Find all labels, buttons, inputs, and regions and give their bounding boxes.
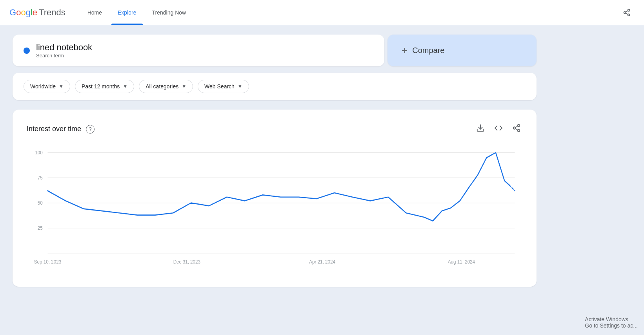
main-content: lined notebook Search term + Compare Wor… <box>0 25 549 296</box>
chevron-down-icon: ▼ <box>59 84 64 89</box>
svg-line-10 <box>515 126 518 128</box>
nav-item-explore[interactable]: Explore <box>111 0 142 25</box>
card-title: Interest over time <box>27 125 81 133</box>
logo-google: Google <box>9 7 37 18</box>
x-label-dec: Dec 31, 2023 <box>173 259 201 265</box>
x-label-aug: Aug 11, 2024 <box>448 259 475 265</box>
card-actions <box>475 122 522 136</box>
windows-watermark-line2: Go to Settings to ac... <box>585 322 638 329</box>
card-header: Interest over time ? <box>27 122 522 136</box>
filter-category[interactable]: All categories ▼ <box>139 80 193 93</box>
svg-line-4 <box>626 11 628 12</box>
download-button[interactable] <box>475 122 486 136</box>
nav-item-trending-now[interactable]: Trending Now <box>146 0 193 25</box>
y-label-100: 100 <box>35 150 43 156</box>
share-chart-button[interactable] <box>511 122 522 136</box>
chart-svg: 100 75 50 25 Sep 10, 2023 Dec 31, 2023 A… <box>27 148 522 274</box>
card-title-row: Interest over time ? <box>27 125 95 134</box>
x-label-sep: Sep 10, 2023 <box>34 259 62 265</box>
windows-watermark-line1: Activate Windows <box>585 316 638 322</box>
compare-box[interactable]: + Compare <box>387 35 537 66</box>
compare-plus-icon: + <box>402 44 408 57</box>
share-button[interactable] <box>619 5 635 20</box>
filter-category-label: All categories <box>146 83 178 90</box>
header: Google Trends Home Explore Trending Now <box>0 0 644 25</box>
filter-search-type[interactable]: Web Search ▼ <box>198 80 249 93</box>
x-label-apr: Apr 21, 2024 <box>309 259 335 265</box>
svg-line-3 <box>626 13 628 14</box>
nav-item-home[interactable]: Home <box>81 0 108 25</box>
search-term-type: Search term <box>36 53 92 59</box>
embed-button[interactable] <box>493 122 504 136</box>
search-box: lined notebook Search term <box>13 35 384 66</box>
y-label-75: 75 <box>38 175 43 181</box>
search-term-info: lined notebook Search term <box>36 42 92 59</box>
trend-line-dotted <box>509 185 515 191</box>
filter-time-label: Past 12 months <box>82 83 120 90</box>
y-label-25: 25 <box>38 225 43 231</box>
help-icon[interactable]: ? <box>86 125 95 134</box>
logo: Google Trends <box>9 7 65 18</box>
filter-location[interactable]: Worldwide ▼ <box>24 80 70 93</box>
windows-watermark: Activate Windows Go to Settings to ac... <box>585 316 638 329</box>
logo-trends: Trends <box>39 7 65 18</box>
svg-line-9 <box>515 128 518 130</box>
nav: Home Explore Trending Now <box>81 0 192 25</box>
compare-label: Compare <box>412 46 444 55</box>
search-compare-row: lined notebook Search term + Compare <box>13 35 537 66</box>
chevron-down-icon: ▼ <box>182 84 186 89</box>
search-term-text: lined notebook <box>36 42 92 53</box>
chevron-down-icon: ▼ <box>238 84 242 89</box>
filters-row: Worldwide ▼ Past 12 months ▼ All categor… <box>13 73 537 100</box>
chevron-down-icon: ▼ <box>123 84 127 89</box>
filter-time[interactable]: Past 12 months ▼ <box>75 80 134 93</box>
search-dot <box>24 48 30 54</box>
filter-search-type-label: Web Search <box>204 83 235 90</box>
filter-location-label: Worldwide <box>30 83 56 90</box>
y-label-50: 50 <box>38 200 43 206</box>
trend-line <box>47 153 509 221</box>
interest-over-time-card: Interest over time ? <box>13 110 537 287</box>
chart-container: 100 75 50 25 Sep 10, 2023 Dec 31, 2023 A… <box>27 148 522 274</box>
header-right <box>619 5 635 20</box>
